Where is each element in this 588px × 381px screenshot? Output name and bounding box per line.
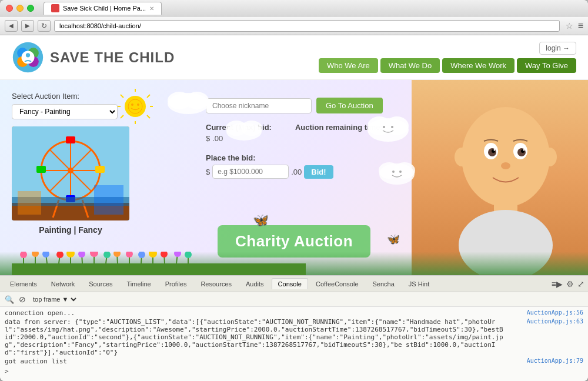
console-line-1: connection open... AuctionApp.js:56 <box>5 309 583 317</box>
devtools-tab-resources[interactable]: Resources <box>194 278 238 289</box>
svg-point-97 <box>185 252 192 258</box>
sun-decoration <box>118 89 153 124</box>
bid-button[interactable]: Bid! <box>304 165 333 179</box>
devtools-content: connection open... AuctionApp.js:56 data… <box>0 307 588 381</box>
url-text: localhost:8080/child-auction/ <box>59 22 141 29</box>
painting-caption: Painting | Fancy <box>12 225 129 235</box>
devtools-tab-timeline[interactable]: Timeline <box>121 278 158 289</box>
svg-point-75 <box>56 252 64 258</box>
refresh-icon: ↻ <box>41 22 47 30</box>
console-prompt[interactable]: > <box>5 367 583 375</box>
who-we-are-button[interactable]: Who We Are <box>319 58 378 73</box>
where-we-work-button[interactable]: Where We Work <box>442 58 514 73</box>
svg-point-16 <box>128 99 142 113</box>
tab-favicon <box>51 4 59 12</box>
auction-item-select[interactable]: Fancy - Painting Handmade hat <box>12 104 118 119</box>
devtools-search-icon[interactable]: 🔍 <box>5 295 14 304</box>
close-button[interactable] <box>6 5 13 12</box>
butterfly-2: 🦋 <box>387 233 400 246</box>
console-text-1: connection open... <box>5 309 75 317</box>
svg-point-33 <box>392 171 395 173</box>
address-bar[interactable]: localhost:8080/child-auction/ <box>54 20 560 32</box>
svg-point-32 <box>394 162 415 179</box>
nav-buttons: Who We Are What We Do Where We Work Way … <box>319 58 576 73</box>
logo-text: SAVE THE CHILD <box>50 49 175 66</box>
logo-icon <box>12 41 44 73</box>
svg-line-9 <box>147 95 150 98</box>
nav-bar: ◀ ▶ ↻ localhost:8080/child-auction/ ☆ ≡ <box>0 16 588 35</box>
devtools-tab-sencha[interactable]: Sencha <box>366 278 401 289</box>
content-area: SAVE THE CHILD login → Who We Are What W… <box>0 35 588 381</box>
bid-amount-input[interactable] <box>212 165 289 179</box>
what-we-do-button[interactable]: What We Do <box>380 58 440 73</box>
console-line-2: data from server: {"type":"AUCTIONS_LIST… <box>5 318 583 356</box>
devtools-settings-icon[interactable]: ⚙ <box>566 279 574 289</box>
header-right: login → Who We Are What We Do Where We W… <box>319 42 576 73</box>
tab-bar: Save Sick Child | Home Pa... ✕ <box>44 2 582 15</box>
svg-point-71 <box>32 252 39 257</box>
devtools-tab-console[interactable]: Console <box>272 278 308 289</box>
svg-point-79 <box>78 252 85 258</box>
dollar-sign-2: $ <box>206 168 210 176</box>
console-line-3: got auction list AuctionApp.js:79 <box>5 357 583 365</box>
browser-tab[interactable]: Save Sick Child | Home Pa... ✕ <box>44 2 162 15</box>
site-header: SAVE THE CHILD login → Who We Are What W… <box>0 35 588 80</box>
svg-point-77 <box>66 252 75 258</box>
devtools-tab-sources[interactable]: Sources <box>82 278 119 289</box>
svg-point-73 <box>42 252 49 258</box>
console-source-1[interactable]: AuctionApp.js:56 <box>527 309 583 317</box>
minimize-button[interactable] <box>16 5 24 12</box>
svg-point-89 <box>138 252 145 258</box>
menu-icon[interactable]: ≡ <box>578 21 583 31</box>
ferris-wheel-art <box>12 126 129 220</box>
tab-close-icon[interactable]: ✕ <box>149 5 154 12</box>
frame-select[interactable]: top frame ▼ <box>31 295 78 303</box>
svg-point-29 <box>391 126 393 128</box>
forward-icon: ▶ <box>25 22 30 29</box>
painting-image <box>12 126 129 220</box>
devtools-panel: Elements Network Sources Timeline Profil… <box>0 275 588 381</box>
butterfly-1: 🦋 <box>253 213 269 228</box>
forward-button[interactable]: ▶ <box>21 20 34 32</box>
browser-window: Save Sick Child | Home Pa... ✕ ◀ ▶ ↻ loc… <box>0 0 588 381</box>
svg-line-13 <box>121 115 123 118</box>
svg-point-24 <box>241 121 262 136</box>
console-source-2[interactable]: AuctionApp.js:63 <box>527 318 583 356</box>
cloud-smiley <box>365 109 412 145</box>
bid-suffix: .00 <box>291 168 302 176</box>
way-to-give-button[interactable]: Way To Give <box>517 58 576 73</box>
login-button[interactable]: login → <box>539 42 576 55</box>
console-source-3[interactable]: AuctionApp.js:79 <box>527 357 583 365</box>
select-auction-label: Select Auction Item: <box>12 92 182 101</box>
devtools-tab-jshint[interactable]: JS Hint <box>402 278 436 289</box>
charity-banner-text: Charity Auction <box>235 232 353 250</box>
devtools-tab-coffee[interactable]: CoffeeConsole <box>309 278 365 289</box>
devtools-undock-icon[interactable]: ⤢ <box>577 279 584 289</box>
nickname-input[interactable] <box>206 98 312 113</box>
devtools-tab-audits[interactable]: Audits <box>239 278 270 289</box>
svg-rect-47 <box>95 166 105 173</box>
website: SAVE THE CHILD login → Who We Are What W… <box>0 35 588 275</box>
tab-title: Save Sick Child | Home Pa... <box>63 5 146 12</box>
logo-area: SAVE THE CHILD <box>12 41 175 73</box>
console-text-2: data from server: {"type":"AUCTIONS_LIST… <box>5 318 505 356</box>
maximize-button[interactable] <box>27 5 34 12</box>
bookmark-icon[interactable]: ☆ <box>566 21 573 31</box>
svg-point-69 <box>20 252 27 258</box>
svg-rect-52 <box>94 185 123 215</box>
svg-point-81 <box>90 252 98 257</box>
filter-icon[interactable]: ⊘ <box>19 295 26 304</box>
svg-rect-51 <box>18 191 41 215</box>
current-bid-value: .00 <box>212 134 223 143</box>
devtools-tab-profiles[interactable]: Profiles <box>159 278 193 289</box>
devtools-tabs: Elements Network Sources Timeline Profil… <box>0 276 588 292</box>
devtools-tab-elements[interactable]: Elements <box>4 278 44 289</box>
devtools-icons: ≡▶ ⚙ ⤢ <box>552 279 584 289</box>
svg-point-91 <box>149 252 157 258</box>
refresh-button[interactable]: ↻ <box>38 20 51 32</box>
devtools-tab-network[interactable]: Network <box>45 278 81 289</box>
devtools-expand-icon[interactable]: ≡▶ <box>552 279 563 289</box>
svg-point-28 <box>383 126 385 128</box>
cloud-decoration-2 <box>223 115 265 142</box>
back-button[interactable]: ◀ <box>5 20 18 32</box>
